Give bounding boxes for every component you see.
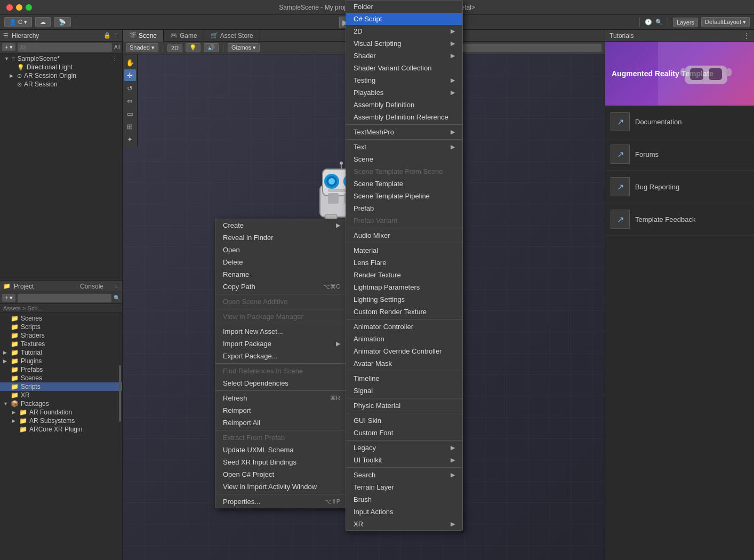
tutorial-documentation[interactable]: ↗ Documentation <box>605 106 754 138</box>
ar-template-card[interactable]: Augmented Reality Template <box>605 42 754 106</box>
folder-xr[interactable]: 📁 XR <box>0 391 122 399</box>
gizmos-button[interactable]: Gizmos ▾ <box>228 43 260 52</box>
menu-reimport[interactable]: Reimport <box>215 404 348 417</box>
project-tab[interactable]: Project <box>14 283 70 290</box>
create-avatar-mask[interactable]: Avatar Mask <box>346 357 462 370</box>
menu-open[interactable]: Open <box>215 244 348 256</box>
create-legacy[interactable]: Legacy ▶ <box>346 442 462 454</box>
create-search[interactable]: Search ▶ <box>346 469 462 481</box>
create-scene[interactable]: Scene <box>346 153 462 165</box>
menu-reimport-all[interactable]: Reimport All <box>215 417 348 429</box>
menu-copy-path[interactable]: Copy Path ⌥⌘C <box>215 281 348 293</box>
folder-scenes[interactable]: 📁 Scenes <box>0 314 122 323</box>
create-testing[interactable]: Testing ▶ <box>346 74 462 86</box>
project-search[interactable] <box>18 294 111 302</box>
project-add-button[interactable]: + ▾ <box>2 294 15 302</box>
create-assembly-def-ref[interactable]: Assembly Definition Reference <box>346 111 462 123</box>
folder-scenes2[interactable]: 📁 Scenes <box>0 374 122 382</box>
create-physic-material[interactable]: Physic Material <box>346 399 462 412</box>
menu-view-import-activity[interactable]: View in Import Activity Window <box>215 481 348 493</box>
create-lens-flare[interactable]: Lens Flare <box>346 257 462 269</box>
folder-ar-foundation[interactable]: ▶ 📁 AR Foundation <box>0 408 122 417</box>
rotate-tool-button[interactable]: ↺ <box>124 82 136 94</box>
create-terrain-layer[interactable]: Terrain Layer <box>346 481 462 493</box>
folder-shaders[interactable]: 📁 Shaders <box>0 331 122 340</box>
minimize-button[interactable] <box>16 4 22 11</box>
menu-import-new-asset[interactable]: Import New Asset... <box>215 325 348 338</box>
layers-dropdown[interactable]: Layers <box>673 18 698 27</box>
scale-tool-button[interactable]: ⇔ <box>124 95 136 107</box>
tab-game[interactable]: 🎮 Game <box>164 30 204 42</box>
folder-packages[interactable]: ▼ 📦 Packages <box>0 399 122 408</box>
hierarchy-search[interactable] <box>18 43 111 52</box>
folder-plugins[interactable]: ▶ 📁 Plugins <box>0 357 122 365</box>
menu-open-csharp[interactable]: Open C# Project <box>215 468 348 481</box>
create-render-texture[interactable]: Render Texture <box>346 269 462 281</box>
create-shader[interactable]: Shader ▶ <box>346 50 462 62</box>
create-prefab[interactable]: Prefab <box>346 202 462 214</box>
menu-delete[interactable]: Delete <box>215 256 348 268</box>
create-folder[interactable]: Folder <box>346 1 462 13</box>
create-lighting-settings[interactable]: Lighting Settings <box>346 293 462 306</box>
create-csharp-script[interactable]: C# Script <box>346 13 462 25</box>
create-lightmap-params[interactable]: Lightmap Parameters <box>346 281 462 293</box>
folder-tutorial[interactable]: ▶ 📁 Tutorial <box>0 348 122 357</box>
menu-create[interactable]: Create ▶ <box>215 219 348 231</box>
shading-mode-button[interactable]: Shaded ▾ <box>126 43 158 52</box>
create-brush[interactable]: Brush <box>346 493 462 506</box>
menu-update-uxml[interactable]: Update UXML Schema <box>215 444 348 456</box>
tutorial-bug-reporting[interactable]: ↗ Bug Reporting <box>605 171 754 203</box>
create-gui-skin[interactable]: GUI Skin <box>346 414 462 427</box>
2d-button[interactable]: 2D <box>167 44 182 52</box>
create-animator-override[interactable]: Animator Override Controller <box>346 345 462 357</box>
account-button[interactable]: 👤 C ▾ <box>4 17 32 27</box>
menu-rename[interactable]: Rename <box>215 268 348 281</box>
folder-arcore[interactable]: 📁 ARCore XR Plugin <box>0 425 122 434</box>
create-signal[interactable]: Signal <box>346 385 462 397</box>
create-2d[interactable]: 2D ▶ <box>346 25 462 37</box>
create-playables[interactable]: Playables ▶ <box>346 86 462 99</box>
tab-asset-store[interactable]: 🛒 Asset Store <box>204 30 260 42</box>
move-tool-button[interactable]: ✛ <box>124 69 136 81</box>
collab-button[interactable]: 📡 <box>54 17 71 27</box>
menu-refresh[interactable]: Refresh ⌘R <box>215 392 348 404</box>
folder-prefabs[interactable]: 📁 Prefabs <box>0 365 122 374</box>
ar-session-item[interactable]: ⊙ AR Session <box>0 80 122 89</box>
create-xr[interactable]: XR ▶ <box>346 518 462 530</box>
create-animator-controller[interactable]: Animator Controller <box>346 321 462 333</box>
create-custom-font[interactable]: Custom Font <box>346 427 462 439</box>
light-toggle-button[interactable]: 💡 <box>186 43 200 52</box>
cloud-button[interactable]: ☁ <box>35 17 51 27</box>
create-text[interactable]: Text ▶ <box>346 141 462 153</box>
create-animation[interactable]: Animation <box>346 333 462 345</box>
project-scrollbar[interactable] <box>118 281 121 560</box>
menu-export-package[interactable]: Export Package... <box>215 350 348 362</box>
create-ui-toolkit[interactable]: UI Toolkit ▶ <box>346 454 462 466</box>
scene-item[interactable]: ▼ ≡ SampleScene* ⋮ <box>0 54 122 63</box>
close-button[interactable] <box>6 4 13 11</box>
menu-seed-xr[interactable]: Seed XR Input Bindings <box>215 456 348 468</box>
tutorial-template-feedback[interactable]: ↗ Template Feedback <box>605 203 754 236</box>
create-textmeshpro[interactable]: TextMeshPro ▶ <box>346 126 462 138</box>
audio-toggle-button[interactable]: 🔊 <box>204 43 219 52</box>
console-tab[interactable]: Console <box>74 283 110 290</box>
tab-scene[interactable]: 🎬 Scene <box>123 30 164 42</box>
hierarchy-add-button[interactable]: + ▾ <box>2 43 15 51</box>
create-material[interactable]: Material <box>346 244 462 257</box>
folder-ar-subsystems[interactable]: ▶ 📁 AR Subsystems <box>0 417 122 425</box>
hand-tool-button[interactable]: ✋ <box>124 57 136 68</box>
ar-session-origin-item[interactable]: ▶ ⊙ AR Session Origin <box>0 71 122 80</box>
folder-scripts[interactable]: 📁 Scripts <box>0 323 122 331</box>
menu-reveal-finder[interactable]: Reveal in Finder <box>215 231 348 244</box>
layout-dropdown[interactable]: DefaultLayout ▾ <box>701 17 750 27</box>
folder-scripts2[interactable]: 📁 Scripts <box>0 382 122 391</box>
create-custom-render-texture[interactable]: Custom Render Texture <box>346 306 462 318</box>
create-assembly-def[interactable]: Assembly Definition <box>346 99 462 111</box>
create-timeline[interactable]: Timeline <box>346 372 462 385</box>
menu-import-package[interactable]: Import Package ▶ <box>215 338 348 350</box>
create-shader-variant[interactable]: Shader Variant Collection <box>346 62 462 74</box>
menu-select-dependencies[interactable]: Select Dependencies <box>215 377 348 389</box>
transform-tool-button[interactable]: ⊞ <box>124 121 136 132</box>
folder-textures[interactable]: 📁 Textures <box>0 340 122 348</box>
menu-properties[interactable]: Properties... ⌥⇧P <box>215 495 348 508</box>
